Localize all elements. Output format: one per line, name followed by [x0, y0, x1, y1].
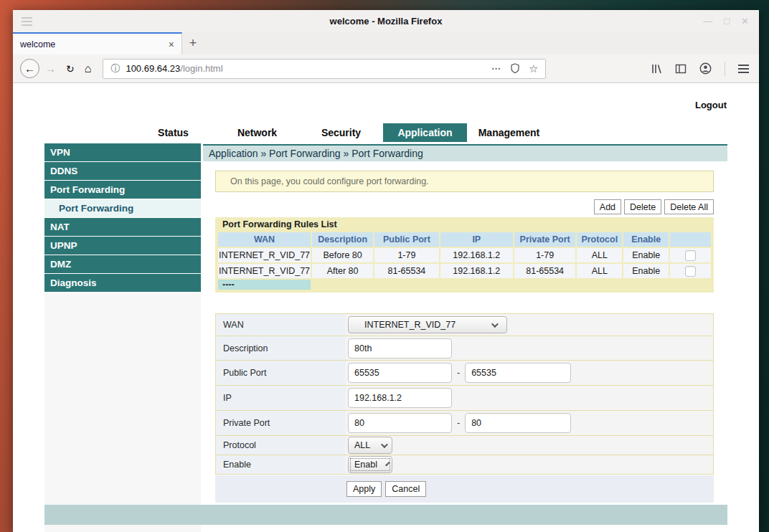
main-nav: Status Network Security Application Mana… — [131, 123, 551, 142]
description-label: Description — [216, 336, 346, 360]
sidebar-toggle-icon[interactable] — [675, 63, 687, 75]
chevron-down-icon — [385, 461, 390, 465]
cell-ip: 192.168.1.2 — [440, 248, 513, 262]
row-select-checkbox[interactable] — [685, 250, 696, 261]
app-menu-icon[interactable] — [738, 65, 749, 73]
account-icon[interactable] — [699, 62, 712, 75]
add-button[interactable]: Add — [594, 199, 621, 214]
reload-icon[interactable]: ↻ — [66, 63, 75, 75]
tab-title: welcome — [20, 39, 55, 49]
wan-select[interactable]: INTERNET_R_VID_77 — [348, 316, 507, 333]
chevron-down-icon — [381, 441, 388, 448]
page-viewport: Logout Status Network Security Applicati… — [13, 83, 759, 532]
private-port-from-input[interactable] — [348, 413, 452, 433]
browser-tab[interactable]: welcome × — [13, 32, 182, 54]
sidebar-item-dmz[interactable]: DMZ — [44, 255, 201, 273]
library-icon[interactable] — [651, 63, 662, 75]
delete-button[interactable]: Delete — [624, 199, 661, 214]
public-port-from-input[interactable] — [348, 363, 452, 383]
rule-edit-form: WAN INTERNET_R_VID_77 Description Public… — [215, 313, 714, 475]
cell-private-port: 81-65534 — [514, 264, 575, 278]
cell-protocol: ALL — [577, 248, 622, 262]
cancel-button[interactable]: Cancel — [385, 481, 426, 497]
minimize-button[interactable]: — — [703, 16, 712, 27]
site-info-icon[interactable]: ⓘ — [110, 62, 120, 75]
sidebar-item-vpn[interactable]: VPN — [44, 143, 201, 161]
sidebar-subitem-port-forwarding[interactable]: Port Forwarding — [44, 199, 201, 217]
cell-public-port: 1-79 — [374, 248, 438, 262]
rules-actions: Add Delete Delete All — [215, 199, 714, 214]
col-header-private-port: Private Port — [514, 232, 575, 247]
page-footer-bar — [44, 505, 727, 525]
col-header-description: Description — [312, 232, 373, 247]
cell-enable: Enable — [623, 248, 669, 262]
cell-ip: 192.168.1.2 — [440, 264, 513, 278]
private-port-to-input[interactable] — [465, 413, 571, 433]
logout-link[interactable]: Logout — [684, 100, 727, 110]
nav-tab-management[interactable]: Management — [467, 123, 551, 142]
form-actions: Apply Cancel — [215, 475, 714, 503]
ip-label: IP — [216, 386, 346, 410]
public-port-to-input[interactable] — [465, 363, 571, 383]
new-tab-button[interactable]: + — [182, 32, 204, 54]
maximize-button[interactable]: □ — [724, 16, 730, 27]
rules-table: WAN Description Public Port IP Private P… — [217, 231, 712, 291]
sidebar-item-ddns[interactable]: DDNS — [44, 162, 201, 180]
sidebar-filler — [44, 293, 201, 532]
wan-select-value: INTERNET_R_VID_77 — [364, 320, 456, 330]
page-actions-icon[interactable]: ⋯ — [491, 63, 501, 74]
nav-tab-network[interactable]: Network — [215, 123, 299, 142]
url-bar[interactable]: ⓘ 100.69.64.23/login.html ⋯ ☆ — [103, 59, 546, 79]
col-header-wan: WAN — [218, 232, 311, 247]
enable-label: Enable — [216, 455, 346, 474]
nav-tab-security[interactable]: Security — [299, 123, 383, 142]
cell-private-port: 1-79 — [514, 248, 575, 262]
window-title: welcome - Mozilla Firefox — [13, 16, 759, 27]
rules-table-title: Port Forwarding Rules List — [217, 217, 712, 231]
sidebar-item-diagnosis[interactable]: Diagnosis — [44, 274, 201, 292]
col-header-select — [670, 232, 711, 247]
url-path: /login.html — [180, 63, 222, 74]
forward-icon[interactable]: → — [45, 62, 56, 75]
col-header-public-port: Public Port — [374, 232, 438, 247]
nav-tab-application[interactable]: Application — [383, 123, 467, 142]
delete-all-button[interactable]: Delete All — [664, 199, 714, 214]
sidebar-item-nat[interactable]: NAT — [44, 218, 201, 236]
browser-toolbar: ← → ↻ ⌂ ⓘ 100.69.64.23/login.html ⋯ ☆ — [13, 54, 759, 83]
cell-wan: INTERNET_R_VID_77 — [218, 248, 311, 262]
port-range-separator: - — [457, 418, 460, 428]
desktop-wallpaper: welcome - Mozilla Firefox — □ ✕ welcome … — [0, 0, 769, 532]
public-port-label: Public Port — [216, 361, 346, 385]
ip-input[interactable] — [348, 388, 452, 408]
apply-button[interactable]: Apply — [346, 481, 382, 497]
pocket-shield-icon[interactable] — [510, 63, 520, 74]
sidebar-item-port-forwarding[interactable]: Port Forwarding — [44, 181, 201, 199]
cell-enable: Enable — [623, 264, 669, 278]
info-message: On this page, you could configure port f… — [215, 171, 714, 192]
enable-select[interactable]: Enabl — [348, 456, 392, 473]
cell-description: Before 80 — [312, 248, 373, 262]
col-header-enable: Enable — [623, 232, 669, 247]
tab-close-icon[interactable]: × — [169, 39, 174, 50]
sidebar-item-upnp[interactable]: UPNP — [44, 237, 201, 255]
sidebar: VPN DDNS Port Forwarding Port Forwarding… — [44, 143, 201, 293]
bookmark-star-icon[interactable]: ☆ — [529, 62, 538, 75]
home-icon[interactable]: ⌂ — [85, 62, 92, 75]
browser-window: welcome - Mozilla Firefox — □ ✕ welcome … — [13, 10, 759, 532]
table-footer-row: ---- — [218, 280, 711, 290]
protocol-label: Protocol — [216, 436, 346, 455]
protocol-select-value: ALL — [354, 440, 370, 450]
close-button[interactable]: ✕ — [741, 16, 749, 27]
port-range-separator: - — [457, 368, 460, 378]
nav-tab-status[interactable]: Status — [131, 123, 215, 142]
url-host: 100.69.64.23 — [126, 63, 180, 74]
protocol-select[interactable]: ALL — [348, 437, 392, 454]
back-icon[interactable]: ← — [20, 59, 39, 78]
row-select-checkbox[interactable] — [685, 266, 696, 277]
breadcrumb: Application » Port Forwarding » Port For… — [203, 144, 727, 161]
description-input[interactable] — [348, 338, 452, 358]
private-port-label: Private Port — [216, 411, 346, 435]
cell-public-port: 81-65534 — [374, 264, 438, 278]
footer-dash-cell: ---- — [218, 280, 311, 290]
col-header-protocol: Protocol — [577, 232, 622, 247]
